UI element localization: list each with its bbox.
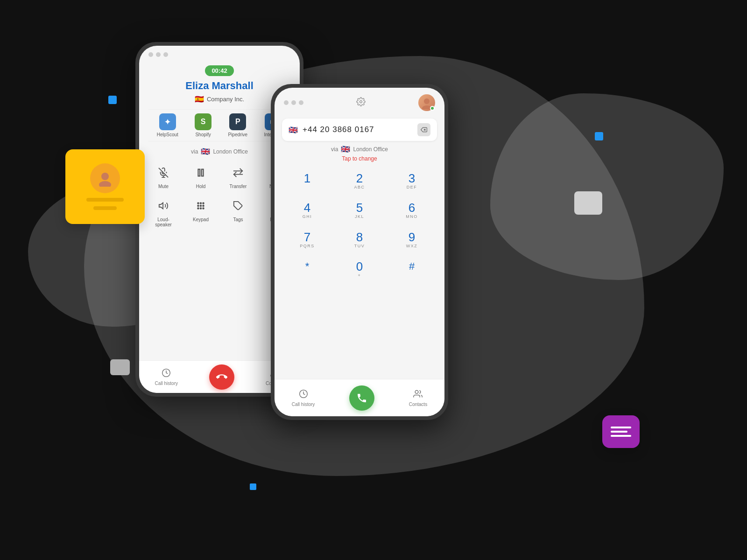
integration-pipedrive[interactable]: P Pipedrive	[228, 113, 247, 137]
caller-company-text: Company Inc.	[207, 96, 244, 103]
mute-button[interactable]: Mute	[148, 163, 178, 189]
dot-2	[156, 52, 161, 57]
svg-point-15	[200, 208, 202, 209]
loudspeaker-label: Loud-speaker	[155, 217, 172, 227]
phone-front-screen: 🇬🇧 +44 20 3868 0167 via 🇬🇧 London Office…	[275, 88, 444, 416]
tap-change-button[interactable]: Tap to change	[275, 155, 444, 162]
via-office: London Office	[213, 148, 248, 155]
dialer-flag: 🇬🇧	[289, 126, 298, 134]
contacts-label-front: Contacts	[409, 402, 427, 407]
mute-label: Mute	[158, 184, 169, 189]
keypad-button[interactable]: Keypad	[186, 196, 216, 227]
dialer-via-line: via 🇬🇧 London Office	[275, 145, 444, 154]
chat-line-1	[611, 427, 631, 428]
num-key-2[interactable]: 2 ABC	[334, 168, 385, 195]
svg-point-1	[99, 181, 111, 187]
num-key-7[interactable]: 7 PQRS	[282, 226, 332, 254]
dialer-via-text: via	[331, 146, 338, 153]
num-key-8[interactable]: 8 TUV	[334, 226, 385, 254]
num-key-9[interactable]: 9 WXZ	[387, 226, 437, 254]
loudspeaker-icon	[154, 196, 173, 215]
integration-shopify[interactable]: S Shopify	[195, 113, 211, 137]
deco-square-blue-2	[595, 132, 603, 140]
num-key-5[interactable]: 5 JKL	[334, 197, 385, 224]
caller-flag: 🇪🇸	[195, 95, 204, 104]
mute-icon	[154, 163, 173, 182]
caller-company: 🇪🇸 Company Inc.	[148, 95, 290, 104]
dialer-input-row: 🇬🇧 +44 20 3868 0167	[282, 119, 437, 141]
call-timer-container: 00:42	[148, 65, 290, 76]
contact-card	[65, 149, 145, 224]
hold-label: Hold	[196, 184, 206, 189]
transfer-icon	[229, 163, 247, 182]
call-button[interactable]	[349, 385, 374, 411]
num-main-1: 1	[304, 172, 310, 184]
timer-badge: 00:42	[205, 65, 233, 76]
loudspeaker-button[interactable]: Loud-speaker	[148, 196, 178, 227]
chat-bubble	[602, 415, 640, 448]
num-main-5: 5	[356, 202, 363, 214]
dialer-dot-3	[299, 100, 303, 105]
controls-grid: Mute Hold	[148, 163, 290, 227]
nav-contacts-front[interactable]: Contacts	[409, 389, 427, 407]
num-main-0: 0	[356, 260, 363, 273]
transfer-button[interactable]: Transfer	[223, 163, 253, 189]
end-call-button[interactable]	[209, 364, 234, 390]
tags-label: Tags	[233, 217, 243, 222]
deco-square-blue-3	[250, 483, 256, 490]
nav-call-history-front[interactable]: Call history	[292, 389, 315, 407]
pipedrive-icon: P	[229, 113, 246, 130]
num-key-3[interactable]: 3 DEF	[387, 168, 437, 195]
grey-card	[574, 191, 602, 215]
num-key-4[interactable]: 4 GHI	[282, 197, 332, 224]
dot-1	[148, 52, 153, 57]
num-main-9: 9	[409, 231, 415, 243]
num-key-hash[interactable]: #	[387, 256, 437, 283]
backspace-button[interactable]	[417, 123, 430, 136]
hold-button[interactable]: Hold	[186, 163, 216, 189]
num-sub-5: JKL	[355, 214, 364, 220]
num-key-star[interactable]: *	[282, 256, 332, 283]
contact-bar-2	[93, 206, 117, 210]
svg-point-10	[203, 203, 204, 204]
pipedrive-label: Pipedrive	[228, 132, 247, 137]
num-main-8: 8	[356, 231, 363, 243]
settings-icon[interactable]	[356, 97, 366, 109]
num-main-3: 3	[409, 172, 415, 184]
deco-square-grey-1	[110, 359, 130, 375]
num-main-6: 6	[409, 202, 415, 214]
chat-line-3	[611, 435, 631, 437]
num-key-0[interactable]: 0 +	[334, 256, 385, 283]
nav-call-history[interactable]: Call history	[155, 368, 178, 386]
dialer-dot-2	[291, 100, 296, 105]
user-avatar[interactable]	[418, 94, 435, 111]
via-flag: 🇬🇧	[201, 147, 210, 156]
contact-bar-1	[86, 198, 124, 202]
call-history-icon-front	[299, 389, 308, 401]
num-sub-8: TUV	[354, 244, 365, 249]
call-history-label: Call history	[155, 381, 178, 386]
num-main-2: 2	[356, 172, 363, 184]
num-key-1[interactable]: 1	[282, 168, 332, 195]
integration-helpscout[interactable]: ✦ HelpScout	[157, 113, 178, 137]
tags-icon	[229, 196, 247, 215]
helpscout-label: HelpScout	[157, 132, 178, 137]
tags-button[interactable]: Tags	[223, 196, 253, 227]
svg-point-16	[203, 208, 204, 209]
svg-point-24	[424, 98, 430, 104]
num-sub-4: GHI	[303, 214, 312, 220]
num-sub-2: ABC	[354, 185, 365, 190]
via-line: via 🇬🇧 London Office	[148, 147, 290, 156]
svg-point-11	[197, 205, 199, 207]
caller-name: Eliza Marshall	[148, 80, 290, 92]
svg-point-0	[101, 173, 109, 180]
deco-square-blue-1	[108, 96, 117, 104]
call-history-label-front: Call history	[292, 402, 315, 407]
shopify-label: Shopify	[195, 132, 211, 137]
phone-front: 🇬🇧 +44 20 3868 0167 via 🇬🇧 London Office…	[271, 84, 448, 420]
dialer-number[interactable]: +44 20 3868 0167	[303, 125, 413, 134]
num-main-hash: #	[409, 260, 415, 273]
shopify-icon: S	[195, 113, 211, 130]
num-key-6[interactable]: 6 MNO	[387, 197, 437, 224]
svg-point-14	[197, 208, 199, 209]
